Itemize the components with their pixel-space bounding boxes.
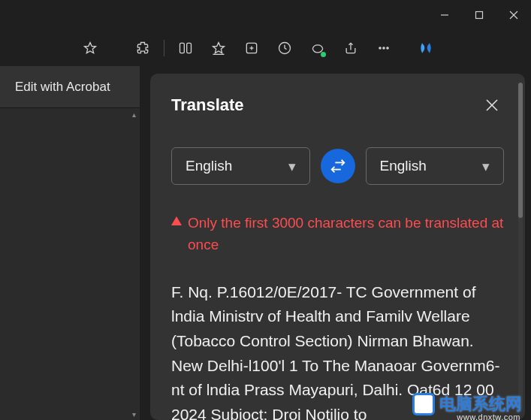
panel-scrollbar[interactable] (518, 83, 523, 411)
acrobat-button[interactable]: Edit with Acrobat (0, 66, 140, 108)
more-icon[interactable] (367, 33, 400, 63)
favorites-list-icon[interactable] (202, 33, 235, 63)
warning-triangle-icon (171, 216, 182, 225)
svg-rect-1 (476, 12, 483, 19)
minimize-button[interactable] (427, 0, 462, 30)
target-language-select[interactable]: English ▾ (366, 147, 505, 185)
swap-languages-button[interactable] (321, 149, 355, 183)
left-sidebar: Edit with Acrobat ▴ ▾ (0, 66, 140, 420)
translate-panel: Translate English ▾ English (150, 74, 525, 420)
svg-marker-4 (85, 43, 96, 53)
share-icon[interactable] (334, 33, 367, 63)
svg-point-15 (383, 47, 385, 49)
history-icon[interactable] (268, 33, 301, 63)
target-language-label: English (380, 158, 427, 174)
performance-status-dot (321, 52, 326, 57)
svg-rect-6 (187, 43, 192, 53)
collections-icon[interactable] (235, 33, 268, 63)
acrobat-label: Edit with Acrobat (15, 80, 110, 95)
chevron-down-icon: ▾ (288, 158, 296, 175)
source-language-select[interactable]: English ▾ (171, 147, 310, 185)
close-icon (485, 98, 499, 112)
copilot-icon[interactable] (409, 33, 442, 63)
maximize-button[interactable] (462, 0, 496, 30)
panel-title: Translate (171, 95, 244, 115)
main-area: Edit with Acrobat ▴ ▾ Translate English … (0, 66, 531, 420)
scroll-down-arrow[interactable]: ▾ (128, 408, 140, 420)
sidebar-scrollbar[interactable]: ▴ ▾ (128, 108, 140, 420)
right-container: Translate English ▾ English (140, 66, 531, 420)
close-window-button[interactable] (496, 0, 531, 30)
toolbar-separator (164, 40, 164, 56)
svg-point-14 (379, 47, 381, 49)
warning-message: Only the first 3000 characters can be tr… (171, 212, 504, 256)
browser-toolbar (0, 30, 531, 66)
panel-header: Translate (171, 93, 504, 117)
performance-icon[interactable] (301, 33, 334, 63)
close-panel-button[interactable] (480, 93, 504, 117)
scroll-up-arrow[interactable]: ▴ (128, 108, 140, 120)
window-titlebar (0, 0, 531, 30)
favorite-star-icon[interactable] (74, 33, 107, 63)
language-row: English ▾ English ▾ (171, 147, 504, 185)
chevron-down-icon: ▾ (482, 158, 490, 175)
translated-text: F. Nq. P.16012/0E/2017- TC Government of… (171, 280, 504, 420)
split-screen-icon[interactable] (169, 33, 202, 63)
extensions-icon[interactable] (126, 33, 159, 63)
source-language-label: English (186, 158, 232, 174)
warning-text: Only the first 3000 characters can be tr… (188, 212, 504, 256)
watermark-url: www.dnxtw.com (457, 412, 520, 420)
panel-scrollbar-thumb[interactable] (518, 83, 523, 218)
svg-rect-5 (180, 43, 185, 53)
svg-marker-7 (213, 43, 225, 53)
sidebar-body: ▴ ▾ (0, 108, 140, 420)
svg-point-16 (387, 47, 388, 49)
swap-icon (330, 158, 346, 174)
